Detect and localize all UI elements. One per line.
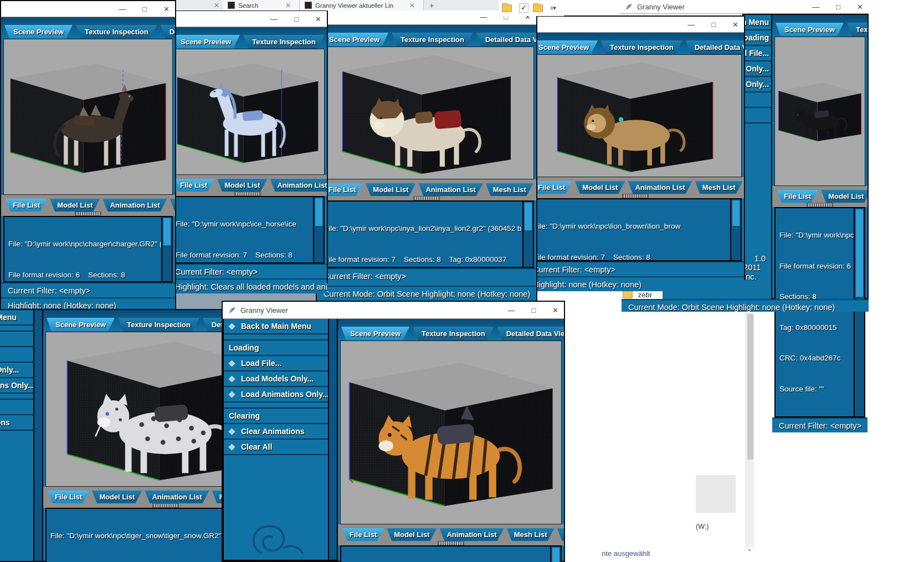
close-button[interactable]: ✕ xyxy=(163,6,170,13)
folder-icon[interactable] xyxy=(533,4,543,12)
tab-scene-preview[interactable]: Scene Preview xyxy=(4,25,73,39)
splitter-grip[interactable] xyxy=(413,196,440,200)
tab-texture-inspection[interactable]: Texture Inspection xyxy=(243,35,325,49)
tab-detailed-data-view[interactable]: Detailed Data View xyxy=(476,33,536,47)
file-info-panel[interactable]: File: "D:\ymir work\npc\tiger1\tiger1.GR… xyxy=(340,545,551,562)
menu-item-load-models[interactable]: Load Models Only... xyxy=(224,372,328,387)
minimize-button[interactable]: — xyxy=(270,16,278,23)
tab-texture-inspection[interactable]: Texture Inspection xyxy=(413,327,494,341)
splitter-gripbar[interactable] xyxy=(317,196,536,200)
checkbox-icon[interactable]: ✓ xyxy=(519,3,528,13)
tab-texture-inspection[interactable]: Texture Inspection xyxy=(118,318,199,332)
minimize-button[interactable]: — xyxy=(812,3,819,11)
menu-item-load-file[interactable]: Load File... xyxy=(224,356,328,372)
tab-detailed-data-view[interactable]: Detailed Data View xyxy=(497,327,564,341)
window-titlebar[interactable]: — □ ✕ xyxy=(168,11,327,27)
maximize-button[interactable]: □ xyxy=(836,3,840,11)
tab-close-icon[interactable]: ✕ xyxy=(406,2,418,9)
menu-item-clear-anims[interactable] xyxy=(743,92,771,108)
scene-preview-lion-brown[interactable] xyxy=(528,54,742,177)
tab-close-icon[interactable]: ✕ xyxy=(282,2,294,9)
menu-item-back[interactable]: Back to Main Menu xyxy=(743,15,771,30)
tab-scene-preview[interactable]: Scene Preview xyxy=(47,318,115,332)
file-info-panel[interactable]: File: "D:\ymir work\npc\charger\charger.… xyxy=(3,216,162,282)
tab-animation-list[interactable]: Animation List xyxy=(418,183,482,196)
minimize-button[interactable]: — xyxy=(507,307,515,314)
splitter-grip[interactable] xyxy=(234,192,261,196)
menu-scroll-column[interactable] xyxy=(34,310,43,561)
menu-item-load-models[interactable]: Load Models Only... xyxy=(0,363,33,378)
minimize-button[interactable]: — xyxy=(480,13,487,20)
toolbar-dropdown-icon[interactable]: ≡▾ xyxy=(550,4,556,12)
tab-scene-preview[interactable]: Scene Preview xyxy=(320,33,388,47)
scene-preview-inya-lion2[interactable] xyxy=(319,47,534,179)
splitter-gripbar[interactable] xyxy=(772,203,867,207)
tab-file-list[interactable]: File List xyxy=(173,179,214,192)
window-titlebar[interactable]: Granny Viewer — □ ✕ xyxy=(223,302,564,319)
window-titlebar[interactable]: — □ ✕ xyxy=(1,1,175,17)
tab-model-list[interactable]: Model List xyxy=(217,179,267,192)
splitter-grip[interactable] xyxy=(75,212,101,216)
splitter-grip[interactable] xyxy=(622,194,649,198)
splitter-grip[interactable] xyxy=(152,503,179,508)
splitter-gripbar[interactable] xyxy=(526,194,744,198)
info-scrollbar[interactable] xyxy=(731,198,742,261)
splitter-gripbar[interactable] xyxy=(1,212,175,216)
tab-scene-preview[interactable]: Scene Preview xyxy=(530,40,598,54)
menu-item-back[interactable]: Back to Main Menu xyxy=(0,310,33,326)
splitter-grip[interactable] xyxy=(438,541,464,545)
tab-file-list[interactable]: File List xyxy=(48,491,89,503)
tab-model-list[interactable]: Model List xyxy=(50,199,100,212)
file-info-panel[interactable]: File: "D:\ymir work\npc\inya_lion2\inya_… xyxy=(319,200,523,268)
menu-item-load-models[interactable]: Load Models Only... xyxy=(743,61,771,77)
splitter-gripbar[interactable] xyxy=(338,541,564,545)
tab-detailed-data-view[interactable]: Detailed Data View xyxy=(161,25,175,39)
menu-item-clear-all[interactable] xyxy=(743,108,771,123)
tab-mesh-list[interactable]: Mesh List xyxy=(486,183,533,196)
maximize-button[interactable]: □ xyxy=(711,21,716,28)
scene-preview-tiger1[interactable] xyxy=(340,341,562,524)
tab-model-list[interactable]: Model List xyxy=(575,181,625,194)
file-info-panel[interactable]: File: "D:\ymir work\npc\lion_brown\lion_… xyxy=(528,198,731,261)
tab-mesh-list[interactable]: Mesh List xyxy=(507,528,555,541)
tab-scene-preview[interactable]: Scene Preview xyxy=(776,23,844,37)
tab-detailed-data-view[interactable]: Detailed Data View xyxy=(686,40,744,54)
scene-preview-lioness[interactable] xyxy=(774,37,865,186)
menu-item-clear-all[interactable]: Clear All xyxy=(224,440,328,455)
menu-item-clear-anims[interactable]: Clear Animations xyxy=(0,415,33,431)
menu-scroll-column[interactable] xyxy=(329,319,338,561)
tab-textures[interactable]: Textures xyxy=(557,528,564,541)
menu-item-load-file[interactable]: Load File... xyxy=(0,347,33,363)
menu-item-clear-anims[interactable]: Clear Animations xyxy=(224,424,328,440)
scene-preview-charger[interactable] xyxy=(3,39,173,195)
scene-preview-ice-horse[interactable] xyxy=(171,49,325,175)
maximize-button[interactable]: □ xyxy=(294,16,299,23)
menu-item-load-anims[interactable]: Load Animations Only... xyxy=(0,378,33,394)
maximize-button[interactable]: □ xyxy=(142,6,147,13)
tab-file-list[interactable]: File List xyxy=(777,190,818,203)
info-scrollbar[interactable] xyxy=(162,216,173,282)
info-scrollbar[interactable] xyxy=(551,545,562,562)
tab-model-list[interactable]: Model List xyxy=(92,491,142,503)
tab-animation-list[interactable]: Animation List xyxy=(270,179,327,192)
tab-texture-inspection[interactable]: Texture Inspection xyxy=(392,33,473,47)
menu-item-load-anims[interactable]: Load Animations Only... xyxy=(224,387,328,403)
tab-animation-list[interactable]: Animation List xyxy=(439,528,504,541)
minimize-button[interactable]: — xyxy=(119,6,126,13)
tab-model-list[interactable]: Model List xyxy=(821,190,867,203)
menu-item-load-anims[interactable]: Load Animations Only... xyxy=(743,77,771,92)
file-info-panel[interactable]: File: "D:\ymir work\npc\lioness_b File f… xyxy=(774,207,855,417)
tab-file-list[interactable]: File List xyxy=(342,528,384,541)
info-scrollbar[interactable] xyxy=(314,196,325,264)
tab-mesh-list[interactable]: Mesh List xyxy=(170,199,175,212)
hidden-tab-close-icon[interactable]: ✕ xyxy=(211,0,223,11)
splitter-gripbar[interactable] xyxy=(168,192,327,196)
info-scrollbar[interactable] xyxy=(523,200,534,268)
close-button[interactable]: ✕ xyxy=(857,3,863,11)
window-titlebar[interactable]: — □ ✕ xyxy=(526,17,744,33)
browser-tab-granny-viewer[interactable]: Granny Viewer aktueller Lin ✕ xyxy=(300,0,424,11)
tab-file-list[interactable]: File List xyxy=(6,199,47,212)
folder-icon[interactable] xyxy=(502,4,512,12)
scroll-down-chevron[interactable]: ⌄ xyxy=(747,545,752,553)
tab-scene-preview[interactable]: Scene Preview xyxy=(341,327,409,341)
